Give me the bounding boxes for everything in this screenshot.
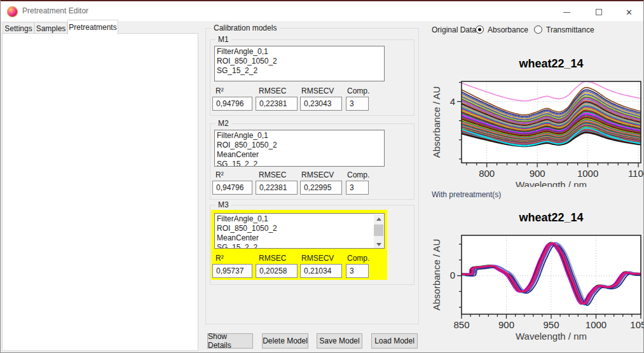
svg-text:wheat22_14: wheat22_14 (518, 211, 583, 224)
pretreated-spectra-chart: 850900950100010500wheat22_14Wavelength /… (432, 204, 644, 342)
list-item[interactable]: MeanCenter (215, 233, 384, 243)
comp-header: Comp. (347, 170, 369, 179)
model-m2-steps-listbox[interactable]: FilterAngle_0,1ROI_850_1050_2MeanCenterS… (214, 130, 385, 167)
minimize-button[interactable] (552, 3, 581, 22)
original-spectra-chart: 800900100011004wheat22_14Wavelength / nm… (432, 50, 644, 187)
svg-text:850: 850 (453, 319, 469, 330)
close-icon: ✕ (626, 8, 633, 17)
tab-pretreatments[interactable]: Pretreatments (67, 20, 118, 34)
r2-header: R² (216, 254, 224, 263)
m3-rmsecv-field[interactable]: 0,21034 (300, 264, 342, 278)
svg-text:1100: 1100 (628, 168, 644, 179)
list-item[interactable]: MeanCenter (215, 150, 384, 160)
m1-r2-field[interactable]: 0,94796 (212, 97, 252, 111)
radio-absorbance-label: Absorbance (488, 25, 528, 34)
list-item[interactable]: FilterAngle_0,1 (215, 131, 384, 141)
svg-text:900: 900 (530, 168, 545, 179)
minimize-icon (563, 12, 570, 13)
rmsec-header: RMSEC (259, 254, 286, 263)
svg-text:800: 800 (479, 168, 495, 179)
pretreatments-tab-page (2, 33, 198, 351)
original-data-label: Original Data (432, 25, 476, 34)
rmsec-header: RMSEC (259, 170, 286, 179)
comp-header: Comp. (347, 87, 369, 95)
scrollbar-thumb[interactable] (374, 225, 383, 236)
list-item[interactable]: SG_15_2_2 (215, 243, 384, 249)
svg-text:1050: 1050 (630, 319, 644, 330)
m2-rmsecv-field[interactable]: 0,22995 (300, 181, 342, 195)
list-item[interactable]: SG_15_2_2 (215, 160, 384, 167)
calibration-models-title: Calibration models (211, 24, 279, 32)
svg-text:900: 900 (498, 319, 514, 330)
model-name: M2 (216, 119, 231, 128)
model-name: M1 (216, 35, 231, 44)
radio-absorbance[interactable] (476, 25, 484, 34)
scroll-down-icon[interactable] (374, 240, 383, 249)
window-title: Pretreatment Editor (22, 6, 88, 15)
m1-comp-field[interactable]: 3 (346, 97, 369, 111)
svg-text:1000: 1000 (577, 168, 598, 179)
radio-transmittance[interactable] (534, 25, 542, 34)
svg-text:wheat22_14: wheat22_14 (518, 57, 583, 70)
radio-transmittance-label: Transmittance (546, 25, 594, 34)
m3-rmsec-field[interactable]: 0,20258 (256, 264, 298, 278)
app-icon (7, 6, 18, 17)
listbox-scrollbar[interactable] (374, 214, 383, 249)
m1-rmsec-field[interactable]: 0,22381 (256, 97, 298, 111)
svg-text:0: 0 (450, 270, 455, 280)
rmsec-header: RMSEC (259, 87, 286, 95)
pretreatment-editor-window: Pretreatment Editor ✕ Settings Samples P… (0, 0, 644, 353)
r2-header: R² (216, 87, 224, 95)
delete-model-button[interactable]: Delete Model (262, 333, 308, 349)
close-button[interactable]: ✕ (615, 3, 643, 22)
list-item[interactable]: FilterAngle_0,1 (215, 47, 384, 57)
with-pretreatments-label: With pretreatment(s) (432, 190, 501, 199)
svg-text:Absorbance / AU: Absorbance / AU (432, 239, 442, 311)
show-details-button[interactable]: Show Details (207, 333, 253, 349)
load-model-button[interactable]: Load Model (371, 333, 418, 349)
rmsecv-header: RMSECV (301, 254, 334, 263)
svg-text:Wavelength / nm: Wavelength / nm (516, 179, 587, 187)
scroll-up-icon[interactable] (374, 214, 383, 223)
rmsecv-header: RMSECV (301, 170, 334, 179)
m2-comp-field[interactable]: 3 (346, 181, 369, 195)
model-m1-steps-listbox[interactable]: FilterAngle_0,1ROI_850_1050_2SG_15_2_2 (214, 46, 385, 81)
rmsecv-header: RMSECV (301, 87, 334, 95)
maximize-icon (596, 9, 602, 15)
svg-text:1000: 1000 (586, 319, 606, 330)
svg-text:950: 950 (543, 319, 559, 330)
m1-rmsecv-field[interactable]: 0,23043 (300, 97, 342, 111)
m2-r2-field[interactable]: 0,94796 (212, 181, 252, 195)
comp-header: Comp. (347, 254, 369, 263)
model-name: M3 (216, 200, 231, 209)
list-item[interactable]: ROI_850_1050_2 (215, 141, 384, 150)
m2-rmsec-field[interactable]: 0,22381 (256, 181, 298, 195)
list-item[interactable]: ROI_850_1050_2 (215, 224, 384, 233)
svg-text:Absorbance / AU: Absorbance / AU (432, 87, 442, 158)
tab-samples[interactable]: Samples (34, 22, 67, 34)
save-model-button[interactable]: Save Model (317, 333, 362, 349)
maximize-button[interactable] (584, 3, 613, 22)
m3-r2-field[interactable]: 0,95737 (212, 264, 252, 278)
title-bar: Pretreatment Editor ✕ (1, 0, 643, 21)
tab-settings[interactable]: Settings (3, 22, 34, 34)
svg-text:4: 4 (450, 96, 455, 107)
list-item[interactable]: ROI_850_1050_2 (215, 57, 384, 66)
m3-comp-field[interactable]: 3 (346, 264, 369, 278)
model-m3-steps-listbox[interactable]: FilterAngle_0,1ROI_850_1050_2MeanCenterS… (214, 213, 385, 249)
r2-header: R² (216, 170, 224, 179)
svg-text:Wavelength / nm: Wavelength / nm (516, 331, 587, 342)
list-item[interactable]: SG_15_2_2 (215, 66, 384, 76)
list-item[interactable]: FilterAngle_0,1 (215, 214, 384, 224)
